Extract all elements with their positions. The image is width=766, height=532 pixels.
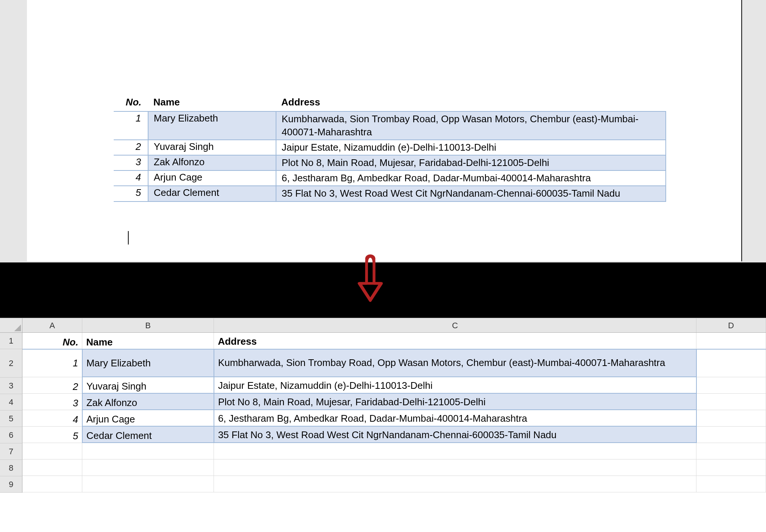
cell-D3[interactable] (696, 377, 766, 393)
cell-D4[interactable] (696, 393, 766, 410)
text-cursor (128, 231, 129, 245)
word-table-row: 4 Arjun Cage 6, Jestharam Bg, Ambedkar R… (114, 170, 666, 186)
cell-A8[interactable] (22, 459, 82, 476)
word-table-row: 1 Mary Elizabeth Kumbharwada, Sion Tromb… (114, 111, 666, 140)
cell-B8[interactable] (82, 459, 214, 476)
cell-name: Cedar Clement (148, 186, 276, 201)
word-table: No. Name Address 1 Mary Elizabeth Kumbha… (114, 95, 666, 202)
select-all-triangle[interactable] (0, 318, 22, 332)
word-table-row: 5 Cedar Clement 35 Flat No 3, West Road … (114, 186, 666, 201)
cell-name: Mary Elizabeth (148, 111, 276, 140)
cell-C5[interactable]: 6, Jestharam Bg, Ambedkar Road, Dadar-Mu… (214, 410, 696, 426)
col-header-no: No. (114, 95, 148, 111)
cell-D5[interactable] (696, 410, 766, 426)
row-header-9[interactable]: 9 (0, 476, 22, 493)
cell-A3[interactable]: 2 (22, 377, 82, 393)
row-header-7[interactable]: 7 (0, 443, 22, 460)
cell-no: 3 (114, 155, 148, 170)
row-header-4[interactable]: 4 (0, 394, 22, 410)
word-table-row: 2 Yuvaraj Singh Jaipur Estate, Nizamuddi… (114, 140, 666, 155)
cell-B4[interactable]: Zak Alfonzo (82, 393, 214, 410)
cell-addr: Plot No 8, Main Road, Mujesar, Faridabad… (276, 155, 666, 170)
cell-A4[interactable]: 3 (22, 393, 82, 410)
excel-data-row[interactable]: 5 Cedar Clement 35 Flat No 3, West Road … (22, 426, 766, 443)
excel-column-headers: A B C D (0, 318, 766, 333)
cell-B5[interactable]: Arjun Cage (82, 410, 214, 426)
cell-name: Arjun Cage (148, 170, 276, 186)
cell-C8[interactable] (214, 459, 696, 476)
cell-addr: Kumbharwada, Sion Trombay Road, Opp Wasa… (276, 111, 666, 140)
cell-no: 2 (114, 140, 148, 155)
cell-C7[interactable] (214, 443, 696, 459)
excel-row-headers: 1 2 3 4 5 6 7 8 9 (0, 333, 22, 493)
excel-empty-row[interactable] (22, 459, 766, 476)
excel-header-row[interactable]: No. Name Address (22, 333, 766, 349)
svg-marker-0 (14, 325, 21, 331)
cell-no: 5 (114, 186, 148, 201)
cell-D7[interactable] (696, 443, 766, 459)
col-header-C[interactable]: C (214, 318, 696, 332)
word-table-header-row: No. Name Address (114, 95, 666, 111)
col-header-A[interactable]: A (22, 318, 82, 332)
cell-A5[interactable]: 4 (22, 410, 82, 426)
excel-empty-row[interactable] (22, 443, 766, 459)
cell-B2[interactable]: Mary Elizabeth (82, 349, 214, 377)
cell-A9[interactable] (22, 476, 82, 492)
cell-B6[interactable]: Cedar Clement (82, 426, 214, 443)
cell-C9[interactable] (214, 476, 696, 492)
row-header-8[interactable]: 8 (0, 460, 22, 476)
row-header-3[interactable]: 3 (0, 378, 22, 394)
col-header-address: Address (276, 95, 666, 111)
cell-C2[interactable]: Kumbharwada, Sion Trombay Road, Opp Wasa… (214, 349, 696, 377)
cell-no: 1 (114, 111, 148, 140)
cell-A1[interactable]: No. (22, 333, 82, 349)
cell-C1[interactable]: Address (214, 333, 696, 349)
excel-region: A B C D 1 2 3 4 5 6 7 8 9 No. Name (0, 318, 766, 532)
row-header-2[interactable]: 2 (0, 349, 22, 378)
cell-C6[interactable]: 35 Flat No 3, West Road West Cit NgrNand… (214, 426, 696, 443)
cell-name: Zak Alfonzo (148, 155, 276, 170)
excel-empty-row[interactable] (22, 476, 766, 492)
cell-C4[interactable]: Plot No 8, Main Road, Mujesar, Faridabad… (214, 393, 696, 410)
word-page: No. Name Address 1 Mary Elizabeth Kumbha… (27, 0, 742, 261)
cell-A2[interactable]: 1 (22, 349, 82, 377)
cell-D1[interactable] (696, 333, 766, 349)
cell-B3[interactable]: Yuvaraj Singh (82, 377, 214, 393)
cell-no: 4 (114, 170, 148, 186)
cell-C3[interactable]: Jaipur Estate, Nizamuddin (e)-Delhi-1100… (214, 377, 696, 393)
down-arrow-icon (355, 254, 385, 303)
excel-data-row[interactable]: 1 Mary Elizabeth Kumbharwada, Sion Tromb… (22, 349, 766, 377)
col-header-name: Name (148, 95, 276, 111)
cell-A6[interactable]: 5 (22, 426, 82, 443)
cell-D9[interactable] (696, 476, 766, 492)
cell-D2[interactable] (696, 349, 766, 377)
cell-addr: 35 Flat No 3, West Road West Cit NgrNand… (276, 186, 666, 201)
cell-B9[interactable] (82, 476, 214, 492)
row-header-1[interactable]: 1 (0, 333, 22, 349)
cell-A7[interactable] (22, 443, 82, 459)
cell-B1[interactable]: Name (82, 333, 214, 349)
cell-D6[interactable] (696, 426, 766, 443)
row-header-6[interactable]: 6 (0, 427, 22, 443)
cell-addr: 6, Jestharam Bg, Ambedkar Road, Dadar-Mu… (276, 170, 666, 186)
row-header-5[interactable]: 5 (0, 410, 22, 427)
cell-B7[interactable] (82, 443, 214, 459)
excel-data-row[interactable]: 4 Arjun Cage 6, Jestharam Bg, Ambedkar R… (22, 410, 766, 426)
col-header-D[interactable]: D (696, 318, 766, 332)
cell-addr: Jaipur Estate, Nizamuddin (e)-Delhi-1100… (276, 140, 666, 155)
cell-name: Yuvaraj Singh (148, 140, 276, 155)
excel-data-row[interactable]: 3 Zak Alfonzo Plot No 8, Main Road, Muje… (22, 393, 766, 410)
excel-data-row[interactable]: 2 Yuvaraj Singh Jaipur Estate, Nizamuddi… (22, 377, 766, 393)
word-document-region: No. Name Address 1 Mary Elizabeth Kumbha… (0, 0, 766, 262)
excel-grid[interactable]: No. Name Address 1 Mary Elizabeth Kumbha… (22, 333, 766, 492)
col-header-B[interactable]: B (82, 318, 214, 332)
word-table-row: 3 Zak Alfonzo Plot No 8, Main Road, Muje… (114, 155, 666, 170)
cell-D8[interactable] (696, 459, 766, 476)
